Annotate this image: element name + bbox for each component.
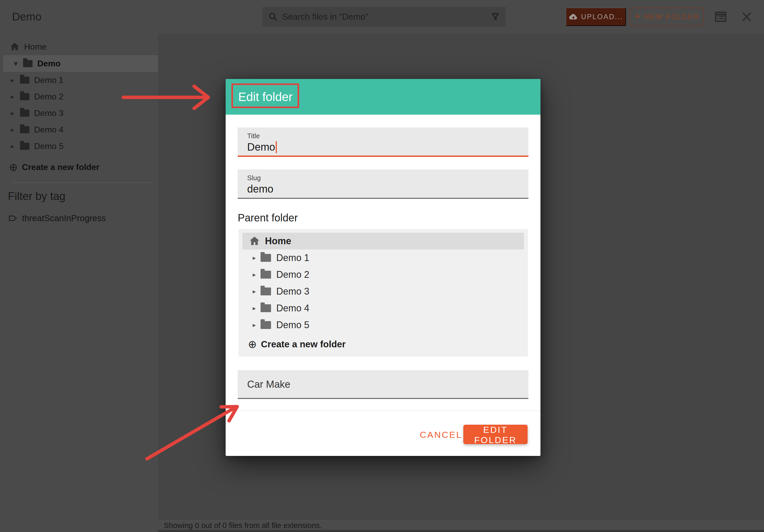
folder-icon bbox=[20, 110, 29, 117]
caret-right-icon[interactable]: ▸ bbox=[250, 254, 259, 262]
status-bar: Showing 0 out of 0 files from all file e… bbox=[158, 520, 764, 530]
tag-item[interactable]: threatScanInProgress bbox=[0, 209, 158, 228]
modal-header: Edit folder bbox=[226, 79, 540, 115]
tree-create-label: Create a new folder bbox=[261, 339, 346, 349]
app-screen: Demo Search files in "Demo" UPLOAD... bbox=[0, 0, 764, 532]
sidebar-item-demo-selected[interactable]: ▾ Demo bbox=[3, 55, 158, 72]
tree-item-demo-3[interactable]: ▸ Demo 3 bbox=[239, 283, 528, 300]
details-view-icon[interactable] bbox=[714, 11, 727, 23]
annotation-arrow-2 bbox=[147, 407, 237, 459]
edit-folder-button[interactable]: EDIT FOLDER bbox=[463, 425, 528, 444]
caret-down-icon[interactable]: ▾ bbox=[11, 60, 21, 68]
sidebar-item-demo-4[interactable]: ▸ Demo 4 bbox=[0, 121, 158, 138]
car-make-field[interactable]: Car Make bbox=[238, 370, 528, 399]
page-title: Demo bbox=[12, 0, 42, 34]
search-icon bbox=[268, 12, 278, 22]
create-folder-label: Create a new folder bbox=[22, 162, 99, 172]
sidebar-folder-label: Demo 1 bbox=[34, 75, 64, 85]
text-cursor bbox=[276, 141, 277, 153]
sidebar-divider bbox=[12, 182, 152, 183]
parent-folder-tree: Home ▸ Demo 1 ▸ Demo 2 ▸ Demo 3 ▸ Demo 4 bbox=[239, 229, 528, 357]
slug-field-value: demo bbox=[247, 183, 274, 195]
sidebar-folder-label: Demo 2 bbox=[34, 92, 64, 101]
title-field[interactable]: Title Demo bbox=[238, 127, 528, 157]
cloud-upload-icon bbox=[569, 12, 578, 22]
folder-icon bbox=[261, 287, 271, 295]
tree-folder-label: Demo 3 bbox=[276, 286, 309, 297]
bottom-edge bbox=[158, 530, 764, 532]
upload-label: UPLOAD... bbox=[581, 13, 623, 21]
sidebar-item-demo-2[interactable]: ▸ Demo 2 bbox=[0, 89, 158, 105]
tree-folder-label: Demo 5 bbox=[276, 319, 309, 330]
folder-icon bbox=[20, 126, 29, 133]
caret-right-icon[interactable]: ▸ bbox=[7, 92, 18, 101]
sidebar-folder-label: Demo 3 bbox=[34, 108, 64, 118]
folder-icon bbox=[20, 77, 29, 84]
new-folder-button[interactable]: + NEW FOLDER bbox=[630, 8, 704, 26]
slug-field-label: Slug bbox=[247, 174, 261, 182]
car-make-label: Car Make bbox=[247, 370, 290, 399]
filter-icon[interactable] bbox=[490, 12, 500, 22]
sidebar-folder-label: Demo 5 bbox=[34, 141, 64, 151]
sidebar-item-demo-5[interactable]: ▸ Demo 5 bbox=[0, 138, 158, 154]
tree-home-label: Home bbox=[265, 236, 291, 247]
upload-button[interactable]: UPLOAD... bbox=[566, 8, 626, 26]
tag-label: threatScanInProgress bbox=[22, 213, 106, 223]
folder-icon bbox=[261, 254, 271, 262]
tree-item-home[interactable]: Home bbox=[243, 233, 524, 250]
caret-right-icon[interactable]: ▸ bbox=[250, 304, 259, 312]
home-icon bbox=[10, 42, 19, 52]
folder-icon bbox=[261, 304, 271, 312]
folder-icon bbox=[20, 93, 29, 100]
cancel-button[interactable]: CANCEL bbox=[420, 429, 459, 441]
tag-icon bbox=[8, 213, 18, 223]
edit-folder-dialog: Edit folder Title Demo Slug demo Parent … bbox=[226, 79, 540, 456]
status-text: Showing 0 out of 0 files from all file e… bbox=[164, 521, 322, 530]
plus-icon: + bbox=[634, 11, 641, 22]
search-input[interactable]: Search files in "Demo" bbox=[262, 7, 506, 27]
tree-item-demo-4[interactable]: ▸ Demo 4 bbox=[239, 300, 528, 317]
sidebar-create-folder[interactable]: ⊕ Create a new folder bbox=[0, 158, 158, 177]
tree-item-demo-2[interactable]: ▸ Demo 2 bbox=[239, 266, 528, 283]
slug-field[interactable]: Slug demo bbox=[238, 169, 528, 199]
tree-folder-label: Demo 1 bbox=[276, 252, 309, 264]
home-icon bbox=[249, 236, 260, 246]
sidebar-folder-label: Demo 4 bbox=[34, 125, 64, 134]
folder-icon bbox=[20, 143, 29, 150]
caret-right-icon[interactable]: ▸ bbox=[7, 142, 18, 150]
modal-title: Edit folder bbox=[238, 79, 292, 115]
tree-folder-label: Demo 4 bbox=[276, 303, 309, 314]
topbar: Demo Search files in "Demo" UPLOAD... bbox=[0, 0, 764, 34]
parent-folder-label: Parent folder bbox=[238, 212, 298, 224]
sidebar-item-demo-3[interactable]: ▸ Demo 3 bbox=[0, 105, 158, 121]
new-folder-label: NEW FOLDER bbox=[644, 13, 699, 21]
caret-right-icon[interactable]: ▸ bbox=[250, 288, 259, 295]
folder-icon bbox=[261, 271, 271, 278]
tree-item-demo-5[interactable]: ▸ Demo 5 bbox=[239, 317, 528, 333]
caret-right-icon[interactable]: ▸ bbox=[250, 321, 259, 329]
caret-right-icon[interactable]: ▸ bbox=[7, 76, 18, 84]
sidebar-item-home[interactable]: Home bbox=[0, 38, 158, 55]
folder-icon bbox=[261, 321, 271, 329]
folder-icon bbox=[23, 60, 33, 67]
sidebar-folder-label: Demo bbox=[37, 59, 61, 69]
search-placeholder: Search files in "Demo" bbox=[282, 7, 368, 27]
sidebar-item-demo-1[interactable]: ▸ Demo 1 bbox=[0, 72, 158, 89]
plus-circle-icon: ⊕ bbox=[9, 161, 18, 173]
close-icon[interactable] bbox=[741, 12, 752, 22]
title-field-label: Title bbox=[247, 132, 260, 140]
title-field-value: Demo bbox=[247, 141, 277, 153]
sidebar: Home ▾ Demo ▸ Demo 1 ▸ Demo 2 ▸ Demo 3 bbox=[0, 34, 158, 532]
tree-folder-label: Demo 2 bbox=[276, 269, 309, 280]
plus-circle-icon: ⊕ bbox=[248, 338, 257, 350]
tree-item-demo-1[interactable]: ▸ Demo 1 bbox=[239, 250, 528, 266]
caret-right-icon[interactable]: ▸ bbox=[7, 109, 18, 117]
tree-create-folder[interactable]: ⊕ Create a new folder bbox=[239, 335, 528, 353]
filter-by-tag-heading: Filter by tag bbox=[0, 187, 158, 205]
sidebar-home-label: Home bbox=[24, 42, 47, 52]
caret-right-icon[interactable]: ▸ bbox=[250, 271, 259, 278]
caret-right-icon[interactable]: ▸ bbox=[7, 126, 18, 134]
footer-divider bbox=[226, 411, 540, 411]
